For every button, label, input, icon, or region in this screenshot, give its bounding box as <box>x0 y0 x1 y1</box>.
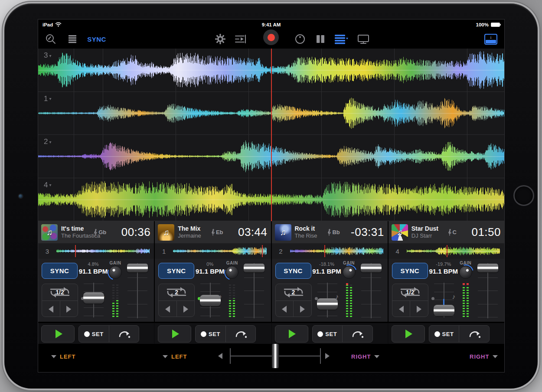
record-dot-icon <box>268 34 275 41</box>
waveform-area[interactable]: 3▾ 1▾ 2▾ 4▾ <box>38 49 504 221</box>
loop-length-button[interactable]: 1/2 <box>42 284 78 301</box>
pitch-fader-handle[interactable] <box>317 298 338 310</box>
deck3-output-select[interactable]: RIGHT <box>351 353 379 360</box>
mini-waveform-cell[interactable]: 3 <box>38 243 154 259</box>
pitch-fader-handle[interactable] <box>434 305 454 316</box>
loop-length-button[interactable]: 2 <box>159 284 194 301</box>
sync-button[interactable]: SYNC <box>275 263 311 279</box>
crossfader-row: LEFT LEFT RIGHT RIGHT <box>38 344 504 372</box>
lane-deck-label[interactable]: 4▾ <box>44 181 52 189</box>
mini-waveform[interactable] <box>56 246 150 256</box>
crossfader-right-arrow[interactable] <box>325 353 330 359</box>
play-button[interactable] <box>41 325 75 343</box>
search-button[interactable] <box>44 29 57 49</box>
loop-length-button[interactable]: 2 <box>276 284 311 301</box>
lane-deck-label[interactable]: 2▾ <box>44 137 52 146</box>
pitch-fader-handle[interactable] <box>83 292 104 304</box>
loop-halve-button[interactable] <box>42 301 60 317</box>
loop-control-group: 1/2 <box>392 284 428 317</box>
cue-set-button[interactable]: SET <box>313 326 343 342</box>
mini-waveform-cell[interactable]: 4 <box>389 243 504 259</box>
loop-double-button[interactable] <box>410 301 428 317</box>
sync-button[interactable]: SYNC <box>42 263 78 279</box>
chevron-down-icon: ▾ <box>49 140 51 144</box>
track-info-cell[interactable]: ♫ It's time The Fourtastica Gb 00:36 <box>38 221 154 243</box>
bpm-display[interactable]: 91.1 BPM <box>308 268 346 275</box>
clef-icon <box>93 229 98 236</box>
sync-button[interactable]: SYNC <box>158 263 194 279</box>
waveform-layout-button[interactable] <box>333 29 349 49</box>
sync-button[interactable]: SYNC <box>392 263 428 279</box>
loop-halve-button[interactable] <box>392 301 410 317</box>
volume-fader-handle[interactable] <box>127 264 148 272</box>
mini-waveform[interactable] <box>173 246 266 256</box>
lane-deck-label[interactable]: 3▾ <box>44 51 52 60</box>
gain-knob[interactable] <box>109 266 122 279</box>
mini-waveform[interactable] <box>407 246 500 256</box>
track-drawer-button[interactable]: ↓ <box>483 29 498 49</box>
loop-double-button[interactable] <box>293 301 311 317</box>
mini-waveform-canvas <box>407 246 500 256</box>
sync-master-button[interactable]: SYNC <box>87 29 107 49</box>
lane-deck-label[interactable]: 1▾ <box>44 95 52 103</box>
cue-jump-button[interactable] <box>109 326 139 342</box>
cue-jump-button[interactable] <box>459 326 489 342</box>
pitch-fader-handle[interactable] <box>200 295 221 306</box>
crossfader-handle[interactable] <box>272 344 279 368</box>
key-display: Eb <box>211 229 223 236</box>
deck1-output-select[interactable]: LEFT <box>51 353 76 360</box>
key-value: Gb <box>98 229 106 235</box>
gain-knob[interactable] <box>459 266 472 279</box>
library-button[interactable] <box>66 29 79 49</box>
loop-double-button[interactable] <box>176 301 195 317</box>
music-note-icon: ♫ <box>158 224 174 241</box>
cue-set-button[interactable]: SET <box>79 326 109 342</box>
gain-knob[interactable] <box>343 266 356 279</box>
deck-controls-row: SYNC 1/2 4.8% 91.1 BPM ♪ <box>38 259 504 322</box>
volume-fader-handle[interactable] <box>244 264 264 272</box>
loop-double-button[interactable] <box>60 301 78 317</box>
clef-icon <box>447 229 452 236</box>
bpm-display[interactable]: 91.1 BPM <box>191 268 229 275</box>
track-artist: Jermaine <box>178 232 201 239</box>
keylock-note-icon[interactable]: ♪ <box>452 293 456 300</box>
mini-waveform[interactable] <box>290 246 383 256</box>
clip-indicator <box>346 283 348 285</box>
crossfader-right-tick <box>320 348 321 364</box>
cue-set-button[interactable]: SET <box>196 326 225 342</box>
track-info-cell[interactable]: ♫ Rock it The Rise Bb -03:31 <box>272 221 388 243</box>
play-button[interactable] <box>158 325 191 343</box>
volume-fader-handle[interactable] <box>477 264 498 272</box>
play-button[interactable] <box>392 325 425 343</box>
loop-length-button[interactable]: 1/2 <box>392 284 428 301</box>
display-output-button[interactable] <box>356 29 370 49</box>
record-button[interactable] <box>263 29 279 45</box>
loop-halve-button[interactable] <box>159 301 176 317</box>
settings-button[interactable] <box>213 29 227 49</box>
split-view-button[interactable] <box>314 29 327 49</box>
bpm-display[interactable]: 91.1 BPM <box>75 268 112 275</box>
loop-halve-button[interactable] <box>276 301 294 317</box>
home-button[interactable] <box>513 185 534 206</box>
play-button[interactable] <box>275 325 308 343</box>
recordings-button[interactable] <box>293 29 307 49</box>
mini-playhead <box>324 245 325 257</box>
cue-jump-button[interactable] <box>342 326 372 342</box>
deck4-output-select[interactable]: RIGHT <box>470 353 498 360</box>
deck2-output-select[interactable]: LEFT <box>163 353 187 360</box>
track-info-cell[interactable]: ♫ Star Dust DJ Starr C 01:50 <box>389 221 504 243</box>
deck-control-panel: SYNC 1/2 4.8% 91.1 BPM ♪ <box>38 259 154 322</box>
cue-jump-button[interactable] <box>225 326 256 342</box>
mini-waveform-cell[interactable]: 1 <box>155 243 271 259</box>
track-info-cell[interactable]: ♫ The Mix Jermaine Eb 03:44 <box>155 221 271 243</box>
cue-set-button[interactable]: SET <box>429 326 459 342</box>
volume-fader-handle[interactable] <box>361 264 382 272</box>
crossfader-left-arrow[interactable] <box>218 353 222 359</box>
track-artist: DJ Starr <box>411 232 438 239</box>
automix-button[interactable] <box>233 29 248 49</box>
track-artist: The Rise <box>295 232 317 239</box>
key-display: Gb <box>93 229 106 236</box>
bpm-display[interactable]: 91.1 BPM <box>425 268 462 275</box>
mini-waveform-cell[interactable]: 2 <box>272 243 388 259</box>
level-meter-right <box>116 283 118 317</box>
